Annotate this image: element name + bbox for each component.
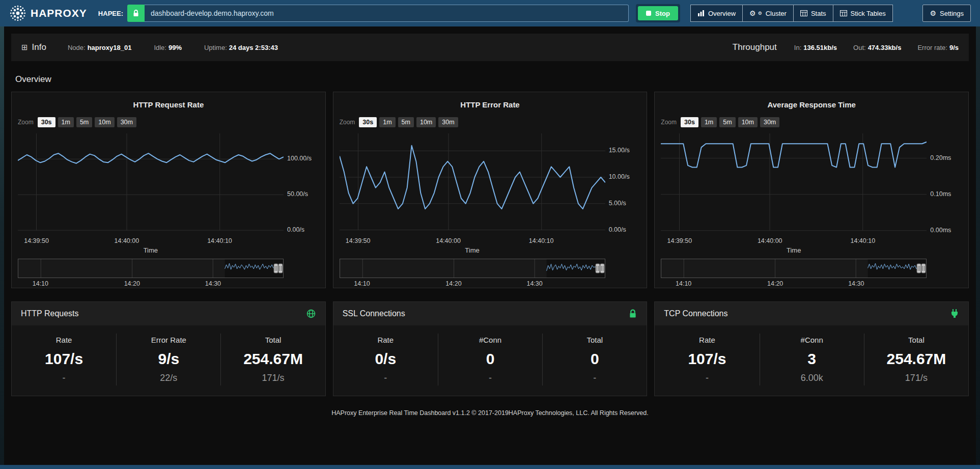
stat-total: Total 254.67M 171/s <box>220 334 325 385</box>
chart-panel-http-error-rate: HTTP Error Rate Zoom30s1m5m10m30m 0.00/s… <box>333 92 648 288</box>
main-content: ⊞ Info Node:haproxy18_01 Idle:99% Uptime… <box>4 26 976 465</box>
url-input[interactable] <box>145 5 629 22</box>
cards-row: HTTP Requests Rate 107/s - Error Rate 9/… <box>11 301 969 396</box>
nav-stats-button[interactable]: Stats <box>793 5 833 22</box>
y-axis-labels: 0.00/s50.00/s100.00/s <box>284 133 319 235</box>
nav-cluster-label: Cluster <box>766 10 787 17</box>
x-axis-label: 14:40:00 <box>115 237 139 244</box>
expand-icon: ⊞ <box>21 43 28 52</box>
zoom-1m-button[interactable]: 1m <box>58 117 74 127</box>
stat-label: Total <box>867 336 965 344</box>
navigator-labels: 14:1014:2014:30 <box>340 279 605 288</box>
zoom-1m-button[interactable]: 1m <box>379 117 395 127</box>
top-navbar: HAPROXY HAPEE: Stop <box>0 0 980 26</box>
navigator-handle[interactable] <box>596 264 600 273</box>
settings-label: Settings <box>940 10 964 17</box>
navigator-handle[interactable] <box>278 264 283 273</box>
chart-navigator[interactable] <box>661 259 927 278</box>
chart-navigator[interactable] <box>18 259 284 278</box>
stat-value: 107/s <box>15 350 113 368</box>
ssl-lock-badge <box>127 5 145 22</box>
stat-sub: - <box>15 373 113 383</box>
stat-value: 0 <box>441 350 539 368</box>
navigator-labels: 14:1014:2014:30 <box>661 279 927 288</box>
stat-sub: 22/s <box>120 373 217 383</box>
stat-label: #Conn <box>763 336 861 344</box>
zoom-30m-button[interactable]: 30m <box>117 117 136 127</box>
stop-button-label: Stop <box>655 10 670 17</box>
uptime-label: Uptime: <box>204 44 227 51</box>
idle-value: 99% <box>169 44 182 51</box>
zoom-30m-button[interactable]: 30m <box>438 117 458 127</box>
zoom-label: Zoom <box>661 119 677 126</box>
stat-value: 107/s <box>658 350 756 368</box>
x-axis-label: 14:39:50 <box>24 237 49 244</box>
zoom-30s-button[interactable]: 30s <box>359 117 377 127</box>
chart-canvas <box>661 133 927 235</box>
zoom-5m-button[interactable]: 5m <box>719 117 735 127</box>
navigator-x-label: 14:30 <box>526 280 542 287</box>
error-rate-field: Error rate:9/s <box>917 44 959 51</box>
error-rate-label: Error rate: <box>917 44 947 51</box>
info-left: ⊞ Info Node:haproxy18_01 Idle:99% Uptime… <box>21 42 300 52</box>
stat-value: 3 <box>763 350 861 368</box>
chart-plot-area <box>18 133 284 235</box>
x-axis-labels: 14:39:5014:40:0014:40:10 <box>18 236 284 245</box>
y-axis-label: 0.00/s <box>287 226 304 233</box>
zoom-5m-button[interactable]: 5m <box>76 117 92 127</box>
stat-label: #Conn <box>441 336 539 344</box>
zoom-controls: Zoom30s1m5m10m30m <box>340 116 641 128</box>
zoom-10m-button[interactable]: 10m <box>95 117 114 127</box>
stat-value: 9/s <box>120 350 217 368</box>
chart-title: Average Response Time <box>661 100 962 109</box>
navigator-x-label: 14:30 <box>848 280 864 287</box>
lock-icon <box>132 9 139 17</box>
y-axis-label: 100.00/s <box>287 155 312 162</box>
zoom-1m-button[interactable]: 1m <box>701 117 717 127</box>
stat-value: 0/s <box>337 350 435 368</box>
info-toggle[interactable]: ⊞ Info <box>21 42 46 52</box>
stat-value: 254.67M <box>224 350 322 368</box>
zoom-10m-button[interactable]: 10m <box>416 117 436 127</box>
zoom-label: Zoom <box>340 119 355 126</box>
navigator-handle[interactable] <box>600 264 604 273</box>
nav-cluster-button[interactable]: ⚙⚙ Cluster <box>742 5 794 22</box>
navigator-wrap <box>661 259 962 278</box>
plug-icon <box>950 309 959 319</box>
navigator-canvas <box>661 259 926 278</box>
nav-stick-tables-button[interactable]: Stick Tables <box>833 5 893 22</box>
nav-stick-tables-label: Stick Tables <box>851 10 886 17</box>
zoom-10m-button[interactable]: 10m <box>738 117 758 127</box>
stat-sub: - <box>658 373 756 383</box>
x-axis-label: 14:40:00 <box>436 237 461 244</box>
card-title: HTTP Requests <box>21 309 79 318</box>
chart-navigator[interactable] <box>340 259 605 278</box>
stat-rate: Rate 107/s - <box>12 334 116 385</box>
stat-total: Total 254.67M 171/s <box>864 334 968 385</box>
navigator-handle[interactable] <box>274 264 278 273</box>
x-axis-label: 14:40:10 <box>207 237 232 244</box>
zoom-30s-button[interactable]: 30s <box>681 117 698 127</box>
y-axis-label: 10.00/s <box>609 173 630 180</box>
charts-row: HTTP Request Rate Zoom30s1m5m10m30m 0.00… <box>11 92 969 288</box>
navigator-handle[interactable] <box>921 264 926 273</box>
y-axis-label: 5.00/s <box>609 200 626 207</box>
section-title: Overview <box>15 74 965 85</box>
x-axis-label: 14:39:50 <box>346 237 371 244</box>
stop-button[interactable]: Stop <box>638 6 678 20</box>
plot-wrap: 0.00/s5.00/s10.00/s15.00/s <box>340 133 641 235</box>
zoom-30s-button[interactable]: 30s <box>38 117 55 127</box>
navigator-handle[interactable] <box>917 264 921 273</box>
nav-overview-button[interactable]: Overview <box>690 5 743 22</box>
chart-title: HTTP Error Rate <box>340 100 641 109</box>
gears-icon: ⚙ <box>749 10 756 17</box>
nav-overview-label: Overview <box>708 10 736 17</box>
zoom-5m-button[interactable]: 5m <box>398 117 414 127</box>
settings-button[interactable]: ⚙ Settings <box>922 5 971 22</box>
in-value: 136.51kb/s <box>803 44 837 51</box>
zoom-30m-button[interactable]: 30m <box>760 117 779 127</box>
y-axis-labels: 0.00ms0.10ms0.20ms <box>927 133 962 235</box>
navigator-x-label: 14:20 <box>124 280 140 287</box>
stat-sub: - <box>337 373 435 383</box>
navigator-gutter <box>927 259 962 278</box>
